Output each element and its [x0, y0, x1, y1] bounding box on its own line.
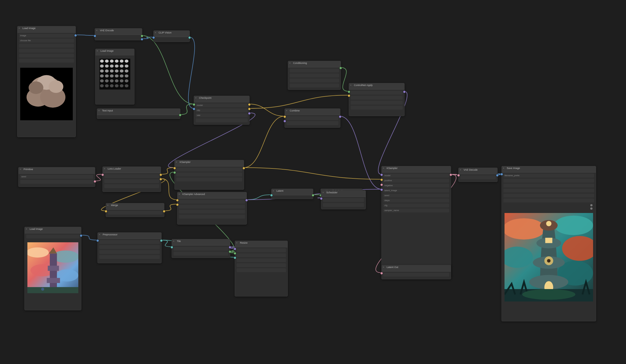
close-icon[interactable]: × [322, 191, 325, 194]
node-row[interactable] [503, 189, 594, 193]
node-row[interactable]: vae [196, 113, 248, 117]
close-icon[interactable]: × [236, 242, 238, 244]
output-port[interactable] [159, 178, 162, 181]
close-icon[interactable]: × [173, 240, 175, 242]
node-row[interactable] [290, 74, 339, 77]
input-port[interactable] [270, 194, 273, 197]
node-row[interactable] [503, 199, 594, 202]
edge[interactable] [244, 168, 381, 179]
input-port[interactable] [380, 272, 383, 275]
input-port[interactable] [283, 120, 286, 123]
input-port[interactable] [320, 197, 323, 200]
input-port[interactable] [105, 210, 107, 213]
output-port[interactable] [229, 246, 231, 249]
edge[interactable] [180, 104, 194, 115]
node-row[interactable] [503, 179, 594, 183]
input-port[interactable] [283, 115, 286, 118]
edge[interactable] [164, 204, 177, 211]
node-row[interactable] [19, 59, 74, 63]
edge[interactable] [249, 104, 284, 116]
node-header[interactable]: ×Load Image [25, 227, 81, 233]
input-port[interactable] [380, 178, 383, 181]
node-graph-canvas[interactable]: ×Load Imageimagechoose file ×VAE Encode×… [0, 0, 626, 364]
output-port[interactable] [312, 194, 314, 197]
close-icon[interactable]: × [383, 167, 385, 169]
node-row[interactable] [19, 54, 74, 58]
node-row[interactable] [290, 69, 339, 72]
edge[interactable] [340, 116, 381, 189]
output-port[interactable] [188, 36, 191, 39]
node-n_cond1[interactable]: ×Conditioning [288, 61, 341, 90]
close-icon[interactable]: × [96, 29, 98, 32]
node-row[interactable]: cfg [383, 204, 449, 207]
node-row[interactable] [26, 235, 79, 238]
output-port[interactable] [74, 34, 77, 37]
input-port[interactable] [348, 94, 350, 97]
node-n_ksA[interactable]: ×KSampler [174, 160, 244, 190]
close-icon[interactable]: × [179, 193, 181, 195]
output-port[interactable] [403, 90, 406, 93]
node-row[interactable] [176, 178, 242, 181]
output-port[interactable] [245, 199, 248, 202]
node-header[interactable]: ×Tile [172, 239, 230, 246]
node-row[interactable] [237, 263, 286, 267]
node-row[interactable] [196, 118, 248, 122]
node-row[interactable] [286, 116, 338, 120]
option-dot-icon[interactable] [590, 207, 593, 210]
node-row[interactable] [176, 173, 242, 176]
output-port[interactable] [248, 108, 251, 110]
node-row[interactable] [290, 79, 339, 82]
node-header[interactable]: ×KSampler [175, 160, 244, 167]
input-port[interactable] [176, 203, 179, 206]
close-icon[interactable]: × [350, 84, 352, 86]
input-port[interactable] [234, 248, 236, 250]
output-port[interactable] [94, 180, 96, 183]
node-row[interactable]: model [383, 174, 449, 178]
close-icon[interactable]: × [289, 62, 291, 64]
node-n_resize[interactable]: ×Resize [235, 241, 288, 297]
output-port[interactable] [160, 239, 163, 242]
node-row[interactable]: positive [383, 179, 449, 183]
node-header[interactable]: ×Latent [271, 189, 313, 195]
close-icon[interactable]: × [107, 204, 109, 206]
node-row[interactable] [237, 258, 286, 262]
node-header[interactable]: ×Load Image [17, 26, 76, 33]
node-row[interactable] [20, 180, 93, 184]
node-row[interactable] [286, 121, 338, 125]
node-row[interactable] [179, 200, 245, 204]
node-n_model[interactable]: ×Checkpointmodelclipvae [194, 96, 250, 125]
node-n_proc[interactable]: ×Preprocessor [97, 232, 162, 263]
node-n_txt1[interactable]: ×Text Input [97, 108, 180, 119]
node-row[interactable]: latent_image [383, 189, 449, 193]
node-n_clip1[interactable]: ×CLIP Vision [153, 30, 190, 42]
output-port[interactable] [80, 234, 82, 237]
node-header[interactable]: ×Load Image [95, 49, 134, 55]
output-port[interactable] [141, 35, 143, 37]
input-port[interactable] [94, 35, 96, 37]
node-n_load2[interactable]: ×Load Image [24, 227, 81, 310]
node-row[interactable] [179, 215, 245, 219]
close-icon[interactable]: × [383, 266, 385, 268]
node-row[interactable] [351, 106, 403, 110]
node-row[interactable]: sampler_name [383, 209, 449, 212]
close-icon[interactable]: × [460, 169, 462, 171]
node-header[interactable]: ×Primitive [19, 167, 95, 174]
node-header[interactable]: ×CLIP Vision [154, 31, 190, 37]
output-port[interactable] [248, 103, 251, 106]
input-port[interactable] [457, 174, 460, 177]
node-header[interactable]: ×Resize [235, 241, 288, 247]
input-port[interactable] [380, 173, 383, 176]
node-row[interactable]: choose file [19, 39, 74, 43]
node-n_bigfoot[interactable]: ×Latent Out [381, 265, 451, 279]
node-n_dec[interactable]: ×VAE Decode [458, 168, 498, 182]
node-n_lora[interactable]: ×Lora Loader [102, 167, 161, 192]
node-row[interactable] [383, 273, 449, 277]
input-port[interactable] [380, 183, 383, 186]
input-port[interactable] [96, 239, 99, 242]
node-n_save[interactable]: ×Save Imagefilename_prefix [501, 166, 596, 321]
input-port[interactable] [234, 256, 236, 259]
node-n_big[interactable]: ×KSamplermodelpositivenegativelatent_ima… [381, 166, 451, 277]
close-icon[interactable]: × [19, 27, 21, 29]
node-row[interactable] [174, 252, 228, 256]
node-row[interactable] [179, 210, 245, 214]
